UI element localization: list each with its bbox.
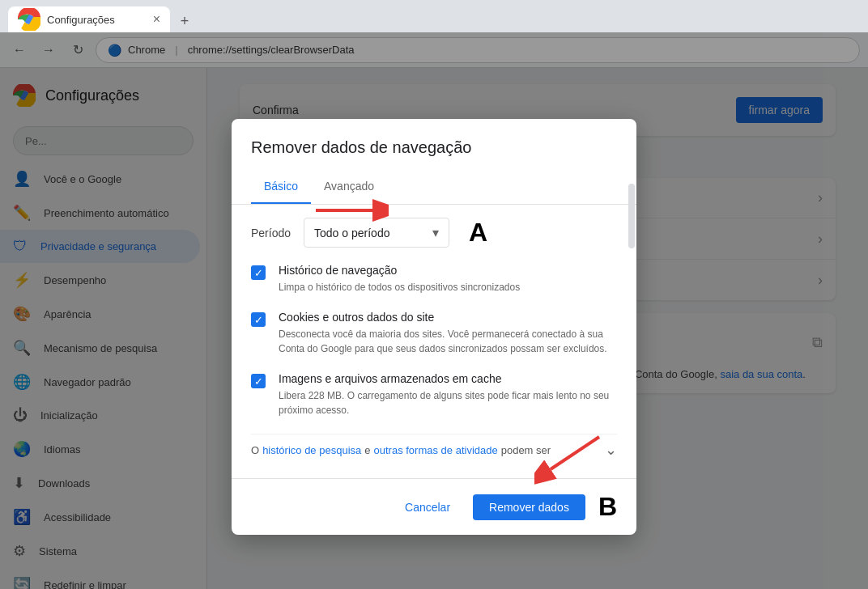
hint-text: O: [251, 444, 259, 456]
checkbox-cookies-input[interactable]: ✓: [251, 312, 266, 327]
red-arrow-remove: [534, 429, 615, 485]
red-arrow-period: [308, 186, 389, 235]
checkbox-cookies-content: Cookies e outros dados do site Desconect…: [279, 311, 617, 356]
checkbox-cookies: ✓ Cookies e outros dados do site Descone…: [251, 311, 617, 356]
tab-close-button[interactable]: ×: [153, 12, 160, 27]
checkbox-cache-content: Imagens e arquivos armazenados em cache …: [279, 372, 617, 417]
dialog-title: Remover dados de navegação: [232, 119, 636, 170]
checkbox-history-desc: Limpa o histórico de todos os dispositiv…: [279, 280, 617, 294]
checkmark-icon: ✓: [254, 267, 263, 279]
scrollbar-thumb[interactable]: [628, 184, 635, 248]
checkbox-cache: ✓ Imagens e arquivos armazenados em cach…: [251, 372, 617, 417]
checkbox-history-input[interactable]: ✓: [251, 265, 266, 280]
checkmark-icon-3: ✓: [254, 375, 263, 388]
tab-title: Configurações: [47, 14, 115, 26]
dialog-footer: Cancelar Remover dados B: [232, 478, 636, 535]
new-tab-button[interactable]: +: [173, 10, 196, 32]
period-row: Período Todo o período ▾ A: [251, 218, 617, 248]
checkmark-icon-2: ✓: [254, 314, 263, 326]
checkbox-history-content: Histórico de navegação Limpa o histórico…: [279, 264, 617, 294]
activity-link[interactable]: outras formas de atividade: [374, 444, 498, 456]
tab-basic[interactable]: Básico: [251, 170, 311, 204]
hint-mid: e: [364, 444, 370, 456]
label-a: A: [469, 218, 487, 248]
checkbox-cookies-label: Cookies e outros dados do site: [279, 311, 617, 324]
tab-favicon: [18, 8, 40, 31]
dialog-scrollbar: [627, 119, 636, 489]
dialog-tabs: Básico Avançado: [232, 170, 636, 205]
checkbox-history-label: Histórico de navegação: [279, 264, 617, 277]
checkbox-cookies-desc: Desconecta você da maioria dos sites. Vo…: [279, 327, 617, 356]
checkbox-cache-desc: Libera 228 MB. O carregamento de alguns …: [279, 388, 617, 417]
checkbox-history: ✓ Histórico de navegação Limpa o históri…: [251, 264, 617, 294]
checkbox-cache-label: Imagens e arquivos armazenados em cache: [279, 372, 617, 385]
active-tab[interactable]: Configurações ×: [8, 6, 170, 32]
tab-bar: Configurações × +: [0, 0, 868, 32]
dropdown-arrow-icon: ▾: [432, 225, 439, 240]
cancel-button[interactable]: Cancelar: [392, 494, 463, 520]
svg-line-5: [551, 437, 599, 469]
period-label: Período: [251, 227, 291, 239]
remove-data-button[interactable]: Remover dados: [473, 494, 585, 520]
label-b: B: [598, 492, 617, 522]
search-history-link[interactable]: histórico de pesquisa: [262, 444, 361, 456]
checkbox-cache-input[interactable]: ✓: [251, 374, 266, 388]
modal-overlay: Remover dados de navegação Básico Avança…: [0, 32, 868, 589]
